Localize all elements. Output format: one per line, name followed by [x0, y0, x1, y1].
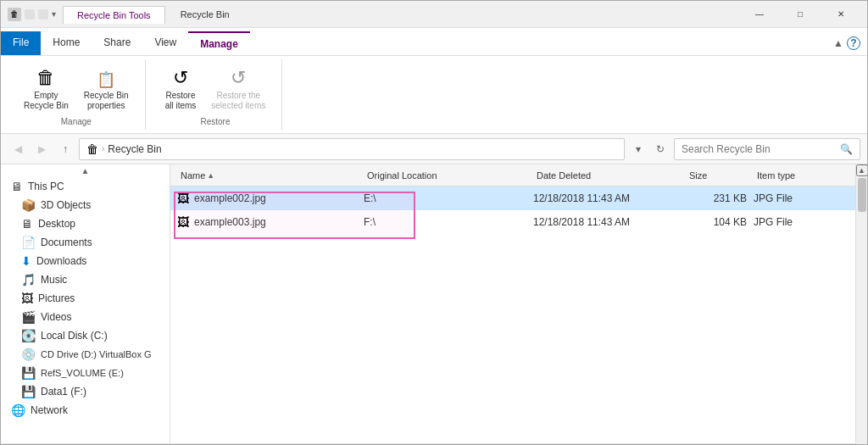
- sidebar-item-network[interactable]: 🌐 Network: [1, 401, 170, 420]
- v-scroll-thumb[interactable]: [858, 178, 866, 212]
- sidebar-item-pictures[interactable]: 🖼 Pictures: [1, 289, 170, 308]
- sort-arrow-name: ▲: [207, 171, 214, 180]
- size-header-label: Size: [689, 170, 707, 181]
- sidebar-item-data1-f[interactable]: 💾 Data1 (F:): [1, 382, 170, 401]
- data1-f-icon: 💾: [21, 385, 36, 398]
- path-text: Recycle Bin: [108, 143, 161, 155]
- cd-drive-d-label: CD Drive (D:) VirtualBox G: [41, 349, 152, 359]
- manage-group-label: Manage: [61, 117, 92, 126]
- sidebar-item-music[interactable]: 🎵 Music: [1, 270, 170, 289]
- sidebar-item-3d-objects[interactable]: 📦 3D Objects: [1, 196, 170, 214]
- maximize-button[interactable]: □: [781, 1, 820, 28]
- sidebar-item-videos[interactable]: 🎬 Videos: [1, 308, 170, 326]
- file-icon-1: 🖼: [177, 215, 189, 229]
- ribbon-collapse-icon[interactable]: ▲: [833, 37, 843, 49]
- file-name-1: example003.jpg: [194, 216, 364, 228]
- table-row[interactable]: 🖼 example002.jpg E:\ 12/18/2018 11:43 AM…: [170, 186, 855, 210]
- restore-all-label: Restoreall items: [165, 91, 197, 111]
- tab-share[interactable]: Share: [92, 31, 142, 55]
- table-row[interactable]: 🖼 example003.jpg F:\ 12/18/2018 11:43 AM…: [170, 210, 855, 234]
- sidebar-item-downloads[interactable]: ⬇ Downloads: [1, 252, 170, 270]
- search-bar[interactable]: 🔍: [674, 138, 860, 160]
- ribbon-content: 🗑 EmptyRecycle Bin 📋 Recycle Binproperti…: [1, 56, 867, 133]
- tab-recycle-tools[interactable]: Recycle Bin Tools: [63, 6, 165, 24]
- quick-access-icon2: [38, 9, 48, 19]
- app-icon: 🗑: [8, 8, 21, 21]
- refs-volume-e-label: RefS_VOLUME (E:): [41, 368, 124, 378]
- ribbon: File Home Share View Manage ▲ ? 🗑 EmptyR…: [1, 28, 867, 134]
- tab-view[interactable]: View: [142, 31, 188, 55]
- tab-home[interactable]: Home: [41, 31, 92, 55]
- videos-label: Videos: [41, 311, 71, 323]
- file-name-0: example002.jpg: [194, 192, 364, 204]
- address-path[interactable]: 🗑 › Recycle Bin: [79, 138, 625, 160]
- file-type-1: JPG File: [754, 216, 849, 228]
- tab-recycle-bin[interactable]: Recycle Bin: [167, 6, 243, 23]
- back-button[interactable]: ◀: [8, 139, 28, 159]
- file-icon-0: 🖼: [177, 192, 189, 205]
- content-main: Name ▲ Original Location Date Deleted Si…: [170, 164, 855, 445]
- sidebar-item-this-pc[interactable]: 🖥 This PC: [1, 177, 170, 196]
- address-dropdown-button[interactable]: ▾: [628, 139, 648, 159]
- date-deleted-header-label: Date Deleted: [537, 170, 591, 181]
- 3d-objects-label: 3D Objects: [41, 199, 91, 211]
- forward-button[interactable]: ▶: [31, 139, 52, 159]
- sidebar-item-cd-drive-d[interactable]: 💿 CD Drive (D:) VirtualBox G: [1, 345, 170, 364]
- up-button[interactable]: ↑: [55, 139, 75, 159]
- sidebar-scroll-up[interactable]: ▲: [1, 164, 170, 177]
- main-layout: ▲ 🖥 This PC 📦 3D Objects 🖥 Desktop 📄 Doc…: [1, 164, 867, 445]
- search-input[interactable]: [682, 143, 840, 155]
- restore-all-icon: ↺: [173, 67, 188, 89]
- column-header-name[interactable]: Name ▲: [177, 170, 364, 181]
- empty-recycle-bin-icon: 🗑: [36, 67, 55, 89]
- sidebar-list: 🖥 This PC 📦 3D Objects 🖥 Desktop 📄 Docum…: [1, 177, 170, 443]
- desktop-label: Desktop: [38, 218, 75, 230]
- column-headers: Name ▲ Original Location Date Deleted Si…: [170, 164, 855, 186]
- tab-manage[interactable]: Manage: [188, 31, 250, 55]
- file-date-0: 12/18/2018 11:43 AM: [533, 192, 686, 204]
- local-disk-c-icon: 💽: [21, 329, 36, 342]
- sidebar-item-local-disk-c[interactable]: 💽 Local Disk (C:): [1, 326, 170, 345]
- network-label: Network: [31, 404, 68, 416]
- empty-recycle-bin-label: EmptyRecycle Bin: [24, 91, 69, 111]
- sidebar-item-documents[interactable]: 📄 Documents: [1, 233, 170, 252]
- sidebar-item-refs-volume-e[interactable]: 💾 RefS_VOLUME (E:): [1, 364, 170, 382]
- file-type-0: JPG File: [754, 192, 849, 204]
- pictures-icon: 🖼: [21, 292, 33, 305]
- local-disk-c-label: Local Disk (C:): [41, 330, 108, 342]
- properties-label: Recycle Binproperties: [84, 91, 129, 111]
- music-label: Music: [41, 274, 67, 286]
- vertical-scrollbar[interactable]: ▲ ▼: [855, 164, 867, 445]
- refresh-button[interactable]: ↻: [650, 139, 670, 159]
- minimize-button[interactable]: —: [740, 1, 779, 28]
- ribbon-group-restore: ↺ Restoreall items ↺ Restore theselected…: [149, 59, 283, 130]
- recycle-bin-properties-button[interactable]: 📋 Recycle Binproperties: [78, 66, 135, 115]
- restore-all-button[interactable]: ↺ Restoreall items: [159, 63, 203, 115]
- ribbon-tabs: File Home Share View Manage ▲ ?: [1, 31, 867, 56]
- sidebar-item-desktop[interactable]: 🖥 Desktop: [1, 214, 170, 233]
- column-header-original-location[interactable]: Original Location: [364, 170, 533, 181]
- ribbon-group-manage: 🗑 EmptyRecycle Bin 📋 Recycle Binproperti…: [8, 59, 146, 130]
- v-scroll-up-button[interactable]: ▲: [856, 164, 868, 176]
- column-header-size[interactable]: Size: [686, 170, 754, 181]
- content-with-scroll: Name ▲ Original Location Date Deleted Si…: [170, 164, 867, 445]
- dropdown-arrow[interactable]: ▾: [52, 9, 56, 19]
- title-bar: 🗑 ▾ Recycle Bin Tools Recycle Bin — □ ✕: [1, 1, 867, 28]
- downloads-label: Downloads: [36, 255, 86, 267]
- path-separator: ›: [102, 144, 104, 153]
- 3d-objects-icon: 📦: [21, 198, 36, 212]
- column-header-item-type[interactable]: Item type: [754, 170, 849, 181]
- downloads-icon: ⬇: [21, 254, 31, 268]
- close-button[interactable]: ✕: [821, 1, 860, 28]
- documents-label: Documents: [41, 236, 92, 248]
- ribbon-help-icon[interactable]: ?: [847, 36, 860, 50]
- refs-volume-e-icon: 💾: [21, 366, 36, 380]
- restore-selected-button[interactable]: ↺ Restore theselected items: [205, 63, 271, 115]
- this-pc-icon: 🖥: [11, 180, 23, 193]
- tab-file[interactable]: File: [1, 31, 41, 55]
- column-header-date-deleted[interactable]: Date Deleted: [533, 170, 686, 181]
- properties-icon: 📋: [97, 70, 115, 89]
- empty-recycle-bin-button[interactable]: 🗑 EmptyRecycle Bin: [18, 63, 75, 115]
- file-date-1: 12/18/2018 11:43 AM: [533, 216, 686, 228]
- desktop-icon: 🖥: [21, 217, 33, 231]
